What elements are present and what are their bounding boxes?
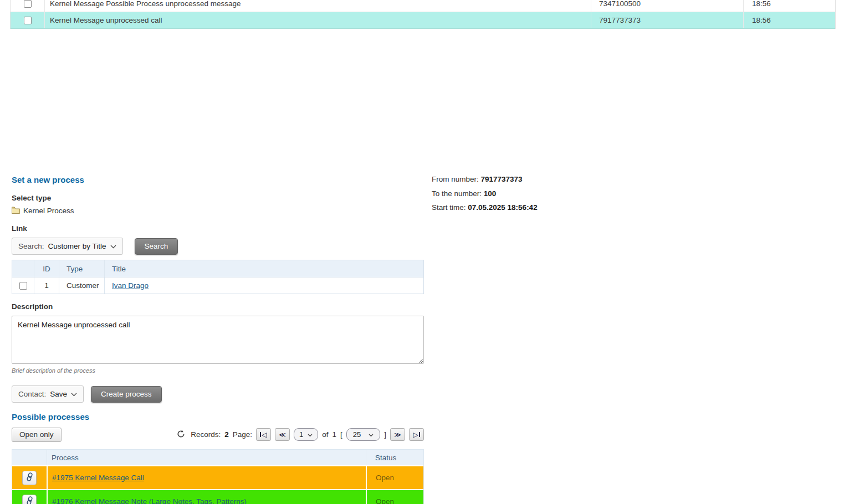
link-header-type: Type bbox=[59, 260, 105, 277]
page-size-value: 25 bbox=[353, 430, 361, 439]
refresh-button[interactable] bbox=[177, 430, 185, 440]
link-header-id: ID bbox=[34, 260, 59, 277]
first-page-button[interactable]: ◁ bbox=[256, 428, 271, 441]
link-row-type: Customer bbox=[59, 277, 105, 294]
message-text: Kernel Message unprocessed call bbox=[45, 12, 591, 28]
search-select-value: Customer by Title bbox=[48, 242, 106, 250]
total-pages: 1 bbox=[332, 430, 336, 439]
open-only-button[interactable]: Open only bbox=[12, 428, 62, 442]
description-hint: Brief description of the process bbox=[12, 367, 424, 374]
link-table-row: 1 Customer Ivan Drago bbox=[12, 277, 423, 294]
link-row-id: 1 bbox=[34, 277, 59, 294]
message-row[interactable]: Kernel Message Possible Process unproces… bbox=[11, 0, 835, 12]
possible-processes-title: Possible processes bbox=[12, 412, 424, 421]
message-row-checkbox-cell bbox=[11, 0, 45, 12]
prev-page-button[interactable]: ≪ bbox=[275, 428, 290, 441]
process-row: #1976 Kernel Message Note (Large Notes, … bbox=[12, 489, 423, 504]
chain-link-icon bbox=[26, 472, 33, 483]
description-label: Description bbox=[12, 302, 424, 311]
message-text: Kernel Message Possible Process unproces… bbox=[45, 0, 591, 12]
link-results-table: ID Type Title 1 Customer Ivan Drago bbox=[12, 260, 424, 294]
to-number-value: 100 bbox=[484, 189, 497, 198]
message-row-selected[interactable]: Kernel Message unprocessed call 79177373… bbox=[11, 12, 835, 29]
process-link[interactable]: #1976 Kernel Message Note (Large Notes, … bbox=[52, 497, 247, 504]
folder-icon bbox=[12, 207, 20, 215]
prev-page-icon: ≪ bbox=[279, 431, 286, 438]
start-time-value: 07.05.2025 18:56:42 bbox=[468, 203, 537, 212]
description-textarea[interactable]: Kernel Message unprocessed call bbox=[12, 316, 424, 364]
of-label: of bbox=[322, 430, 328, 439]
process-status: Open bbox=[376, 474, 394, 482]
link-process-button[interactable] bbox=[22, 495, 37, 504]
pagination: Records: 2 Page: ◁ ≪ 1 of 1 [ bbox=[177, 428, 424, 441]
page-label: Page: bbox=[233, 430, 252, 439]
chain-link-icon bbox=[26, 496, 33, 504]
chevron-down-icon bbox=[308, 430, 313, 439]
chevron-down-icon bbox=[369, 430, 374, 439]
process-type-name: Kernel Process bbox=[23, 207, 74, 215]
message-row-checkbox-cell bbox=[11, 12, 45, 28]
start-time-label: Start time: bbox=[432, 203, 466, 212]
call-info-panel: From number: 7917737373 To the number: 1… bbox=[432, 175, 538, 218]
search-select-label: Search: bbox=[18, 242, 44, 250]
process-header-icon-col bbox=[12, 450, 47, 465]
chevron-down-icon bbox=[110, 242, 116, 250]
next-page-button[interactable]: ≫ bbox=[390, 428, 405, 441]
page-number-value: 1 bbox=[299, 430, 303, 439]
link-section-label: Link bbox=[12, 224, 424, 233]
process-type-item[interactable]: Kernel Process bbox=[12, 206, 424, 215]
message-number: 7917737373 bbox=[591, 12, 744, 28]
bracket-close: ] bbox=[384, 430, 386, 439]
messages-table: Kernel Message Possible Process unproces… bbox=[10, 0, 836, 29]
last-page-button[interactable]: ▷ bbox=[409, 428, 424, 441]
to-number-label: To the number: bbox=[432, 189, 482, 198]
message-number: 7347100500 bbox=[591, 0, 744, 12]
link-row-checkbox-cell bbox=[12, 277, 34, 294]
call-info-to: To the number: 100 bbox=[432, 189, 538, 198]
link-table-header: ID Type Title bbox=[12, 260, 423, 277]
from-number-label: From number: bbox=[432, 175, 479, 183]
last-page-icon bbox=[419, 432, 420, 437]
link-row-title-link[interactable]: Ivan Drago bbox=[112, 281, 149, 290]
contact-select-label: Contact: bbox=[18, 390, 46, 398]
from-number-value: 7917737373 bbox=[481, 175, 523, 183]
contact-action-select[interactable]: Contact: Save bbox=[12, 385, 84, 403]
message-row-checkbox[interactable] bbox=[24, 17, 32, 24]
process-header-status: Status bbox=[366, 450, 423, 465]
refresh-icon bbox=[177, 430, 185, 440]
records-label: Records: bbox=[191, 430, 221, 439]
link-process-button[interactable] bbox=[22, 471, 37, 485]
process-link[interactable]: #1975 Kernel Message Call bbox=[52, 474, 144, 482]
call-info-from: From number: 7917737373 bbox=[432, 175, 538, 183]
search-button[interactable]: Search bbox=[135, 238, 178, 255]
message-row-checkbox[interactable] bbox=[24, 0, 32, 8]
process-row: #1975 Kernel Message Call Open bbox=[12, 465, 423, 489]
process-table-header: Process Status bbox=[12, 450, 423, 465]
process-status: Open bbox=[376, 497, 394, 504]
search-type-select[interactable]: Search: Customer by Title bbox=[12, 238, 123, 255]
records-count: 2 bbox=[224, 430, 229, 439]
link-row-checkbox[interactable] bbox=[19, 282, 27, 290]
select-type-label: Select type bbox=[12, 194, 424, 202]
bracket-open: [ bbox=[340, 430, 342, 439]
message-time: 18:56 bbox=[744, 12, 835, 28]
process-header-process: Process bbox=[47, 450, 366, 465]
page-size-select[interactable]: 25 bbox=[346, 428, 380, 441]
create-process-button[interactable]: Create process bbox=[91, 386, 162, 403]
page-title: Set a new process bbox=[12, 175, 424, 184]
page-number-select[interactable]: 1 bbox=[294, 428, 318, 441]
link-header-title: Title bbox=[105, 260, 423, 277]
call-info-start: Start time: 07.05.2025 18:56:42 bbox=[432, 203, 538, 212]
message-time: 18:56 bbox=[744, 0, 835, 12]
chevron-down-icon bbox=[71, 390, 77, 398]
next-page-icon: ≫ bbox=[394, 431, 401, 438]
link-header-checkbox bbox=[12, 260, 34, 277]
contact-select-value: Save bbox=[50, 390, 67, 398]
possible-processes-table: Process Status bbox=[12, 449, 424, 504]
